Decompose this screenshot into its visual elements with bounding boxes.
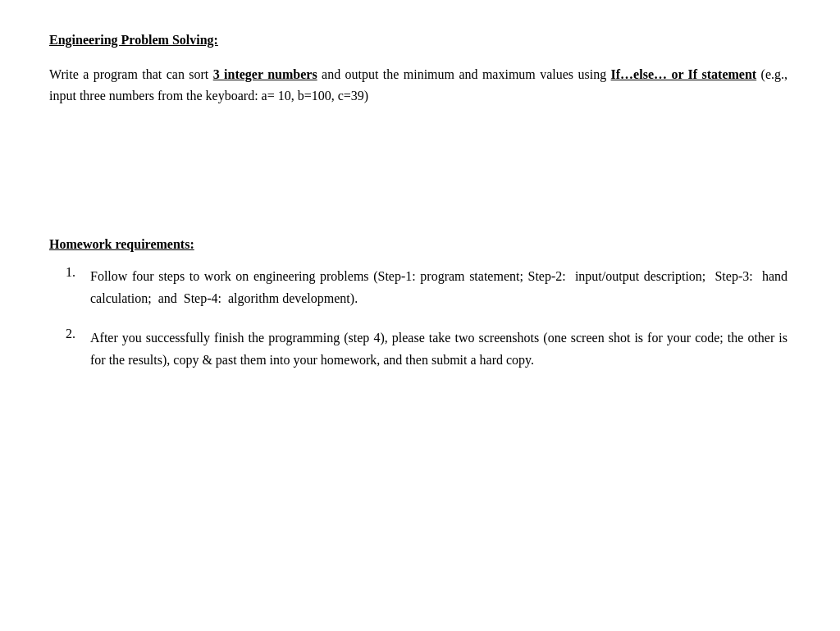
problem-text-1: Write a program that can sort: [49, 67, 213, 81]
list-content-2: After you successfully finish the progra…: [90, 327, 788, 371]
problem-description: Write a program that can sort 3 integer …: [49, 64, 788, 106]
list-item-1: 1. Follow four steps to work on engineer…: [49, 265, 788, 309]
problem-bold-2: If…else… or If statement: [611, 67, 757, 81]
problem-text-2: and output the minimum and maximum value…: [317, 67, 611, 81]
spacer: [49, 139, 788, 237]
list-content-1: Follow four steps to work on engineering…: [90, 265, 788, 309]
list-number-1: 1.: [49, 265, 90, 280]
homework-section: Homework requirements: 1. Follow four st…: [49, 237, 788, 371]
engineering-title: Engineering Problem Solving:: [49, 33, 788, 48]
page-content: Engineering Problem Solving: Write a pro…: [49, 33, 788, 371]
list-item-2: 2. After you successfully finish the pro…: [49, 327, 788, 371]
requirements-list: 1. Follow four steps to work on engineer…: [49, 265, 788, 371]
problem-bold-1: 3 integer numbers: [213, 67, 317, 81]
list-number-2: 2.: [49, 327, 90, 341]
homework-title: Homework requirements:: [49, 237, 788, 252]
problem-section: Engineering Problem Solving: Write a pro…: [49, 33, 788, 106]
